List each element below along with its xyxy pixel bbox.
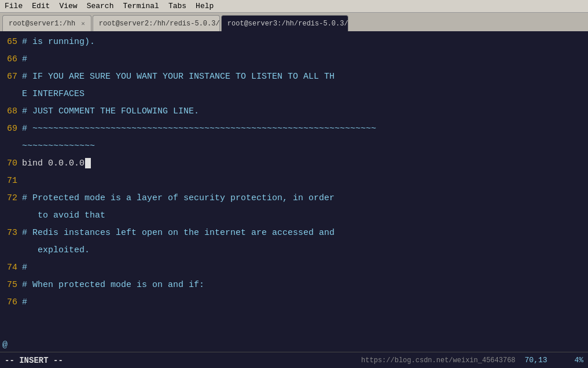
menubar: File Edit View Search Terminal Tabs Help <box>0 0 588 13</box>
tab-server3[interactable]: root@server3:/hh/redis-5.0.3/... ✕ <box>221 15 348 31</box>
line-69: 69 # ~~~~~~~~~~~~~~~~~~~~~~~~~~~~~~~~~~~… <box>0 120 588 138</box>
tabbar: root@server1:/hh ✕ root@server2:/hh/redi… <box>0 13 588 31</box>
menu-terminal[interactable]: Terminal <box>123 2 159 10</box>
line-72b: to avoid that <box>0 207 588 225</box>
tab-label-1: root@server1:/hh <box>9 20 75 28</box>
tab-close-1[interactable]: ✕ <box>81 20 85 27</box>
line-71: 71 <box>0 172 588 190</box>
cursor-position: 70,13 4% <box>525 356 583 365</box>
menu-search[interactable]: Search <box>87 2 114 10</box>
tab-label-3: root@server3:/hh/redis-5.0.3/... <box>227 20 348 28</box>
terminal[interactable]: 65 # is running). 66 # 67 # IF YOU ARE S… <box>0 31 588 368</box>
line-70: 70 bind 0.0.0.0 <box>0 155 588 172</box>
menu-view[interactable]: View <box>59 2 77 10</box>
cursor <box>85 158 91 168</box>
menu-tabs[interactable]: Tabs <box>168 2 186 10</box>
line-74: 74 # <box>0 259 588 277</box>
tab-server2[interactable]: root@server2:/hh/redis-5.0.3/... ✕ <box>93 15 220 31</box>
at-sign: @ <box>2 341 8 349</box>
line-75: 75 # When protected mode is on and if: <box>0 277 588 294</box>
line-73b: exploited. <box>0 242 588 259</box>
insert-mode: -- INSERT -- <box>5 356 63 365</box>
statusbar: -- INSERT -- https://blog.csdn.net/weixi… <box>0 352 588 368</box>
line-67: 67 # IF YOU ARE SURE YOU WANT YOUR INSTA… <box>0 68 588 86</box>
line-72: 72 # Protected mode is a layer of securi… <box>0 190 588 207</box>
line-76: 76 # <box>0 294 588 311</box>
line-73: 73 # Redis instances left open on the in… <box>0 225 588 242</box>
menu-help[interactable]: Help <box>196 2 214 10</box>
tab-label-2: root@server2:/hh/redis-5.0.3/... <box>99 20 220 28</box>
watermark: https://blog.csdn.net/weixin_45643768 <box>361 356 515 365</box>
editor-content: 65 # is running). 66 # 67 # IF YOU ARE S… <box>0 31 588 314</box>
line-67b: E INTERFACES <box>0 86 588 103</box>
line-69b: ~~~~~~~~~~~~~~ <box>0 138 588 155</box>
line-68: 68 # JUST COMMENT THE FOLLOWING LINE. <box>0 103 588 120</box>
tab-server1[interactable]: root@server1:/hh ✕ <box>2 15 91 31</box>
line-66: 66 # <box>0 51 588 68</box>
line-65: 65 # is running). <box>0 34 588 51</box>
menu-file[interactable]: File <box>5 2 23 10</box>
menu-edit[interactable]: Edit <box>32 2 50 10</box>
